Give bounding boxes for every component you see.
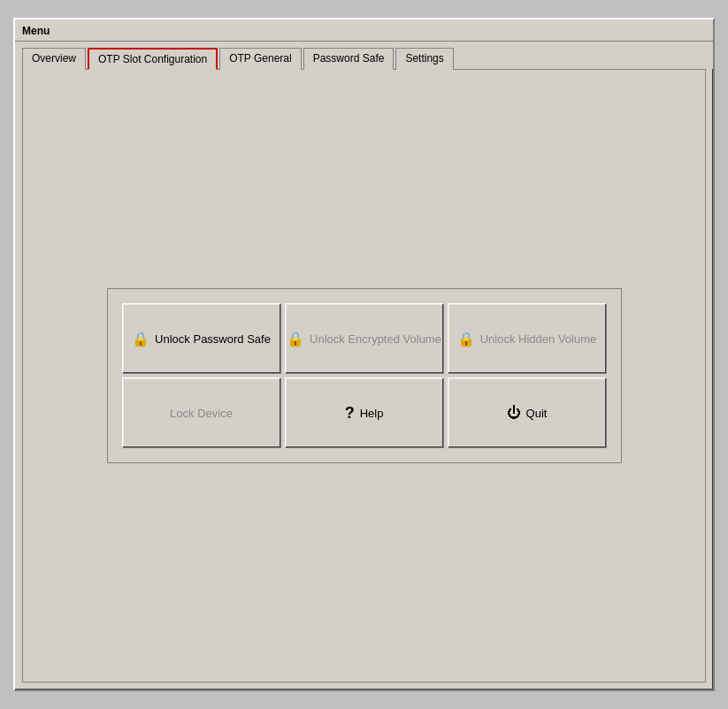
lock-encrypted-icon: 🔒	[287, 331, 304, 347]
unlock-encrypted-volume-button[interactable]: 🔒 Unlock Encrypted Volume	[285, 303, 444, 374]
action-row-1: 🔒 Unlock Password Safe 🔒 Unlock Encrypte…	[122, 303, 607, 374]
window-title: Menu	[22, 25, 50, 37]
unlock-hidden-volume-button[interactable]: 🔒 Unlock Hidden Volume	[448, 303, 607, 374]
help-icon: ?	[345, 404, 355, 423]
tab-otp-general[interactable]: OTP General	[219, 48, 301, 70]
tab-password-safe[interactable]: Password Safe	[303, 48, 395, 70]
power-icon: ⏻	[507, 405, 521, 421]
unlock-password-safe-button[interactable]: 🔒 Unlock Password Safe	[122, 303, 281, 374]
quit-button[interactable]: ⏻ Quit	[448, 377, 607, 448]
action-grid: 🔒 Unlock Password Safe 🔒 Unlock Encrypte…	[107, 288, 622, 463]
main-window: Menu Overview OTP Slot Configuration OTP…	[13, 18, 715, 691]
tab-bar: Overview OTP Slot Configuration OTP Gene…	[15, 42, 713, 69]
lock-icon: 🔒	[132, 331, 149, 347]
lock-device-button[interactable]: Lock Device	[122, 377, 281, 448]
tab-otp-slot-configuration[interactable]: OTP Slot Configuration	[88, 48, 218, 70]
help-button[interactable]: ? Help	[285, 377, 444, 448]
lock-hidden-icon: 🔒	[457, 331, 475, 347]
tab-content: 🔒 Unlock Password Safe 🔒 Unlock Encrypte…	[22, 69, 706, 682]
tab-overview[interactable]: Overview	[22, 48, 86, 70]
tab-settings[interactable]: Settings	[395, 48, 453, 70]
action-row-2: Lock Device ? Help ⏻ Quit	[122, 377, 607, 448]
title-bar: Menu	[15, 19, 713, 42]
